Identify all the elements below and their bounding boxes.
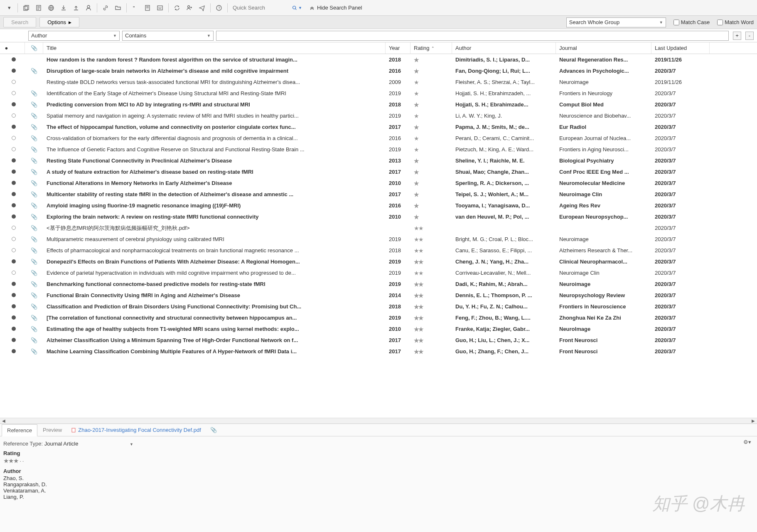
options-button[interactable]: Options▶: [39, 17, 79, 27]
table-row[interactable]: 📎Functional Alterations in Memory Networ…: [0, 177, 757, 189]
cell-title: The effect of hippocampal function, volu…: [43, 124, 386, 130]
table-row[interactable]: 📎Classification and Prediction of Brain …: [0, 301, 757, 312]
table-row[interactable]: 📎The effect of hippocampal function, vol…: [0, 121, 757, 133]
table-row[interactable]: 📎Disruption of large-scale brain network…: [0, 65, 757, 76]
upload-icon[interactable]: [70, 2, 82, 14]
table-row[interactable]: 📎Donepezil's Effects on Brain Functions …: [0, 256, 757, 267]
search-bar: Search Options▶ Search Whole Group▼ Matc…: [0, 16, 757, 29]
col-rating[interactable]: Rating⌃: [410, 42, 452, 54]
table-row[interactable]: 📎Estimating the age of healthy subjects …: [0, 323, 757, 335]
filter-value-input[interactable]: [216, 31, 729, 41]
cell-title: Resting-state BOLD networks versus task-…: [43, 79, 386, 85]
table-row[interactable]: 📎Amyloid imaging using fluorine-19 magne…: [0, 200, 757, 211]
cell-journal: NeuroImage: [556, 326, 651, 332]
cell-year: 2010: [386, 180, 410, 186]
read-indicator: [12, 349, 16, 353]
cell-author: Hojjati, S. H.; Ebrahimzadeh, ...: [452, 90, 556, 96]
search-button[interactable]: Search: [3, 17, 36, 27]
table-row[interactable]: 📎Predicting conversion from MCI to AD by…: [0, 99, 757, 110]
cell-year: 2017: [386, 348, 410, 355]
cell-journal: Comput Biol Med: [556, 101, 651, 108]
cell-title: Classification and Prediction of Brain D…: [43, 303, 386, 310]
cell-updated: 2020/3/7: [651, 158, 710, 164]
table-row[interactable]: 📎Machine Learning Classification Combini…: [0, 346, 757, 357]
col-read[interactable]: ●: [0, 42, 25, 54]
table-row[interactable]: 📎Functional Brain Connectivity Using fMR…: [0, 290, 757, 301]
cell-author: Dennis, E. L.; Thompson, P. ...: [452, 292, 556, 298]
col-updated[interactable]: Last Updated: [651, 42, 710, 54]
cell-title: A study of feature extraction for Alzhei…: [43, 169, 386, 175]
add-user-icon[interactable]: [184, 2, 195, 14]
col-year[interactable]: Year: [386, 42, 410, 54]
cell-year: 2017: [386, 337, 410, 343]
table-row[interactable]: 📎Alzheimer Classification Using a Minimu…: [0, 335, 757, 346]
link-icon[interactable]: [100, 2, 111, 14]
cell-updated: 2020/3/7: [651, 180, 710, 186]
details-settings-icon[interactable]: ⚙︎▾: [743, 439, 751, 445]
cell-title: Amyloid imaging using fluorine-19 magnet…: [43, 202, 386, 209]
table-row[interactable]: 📎Evidence of parietal hyperactivation in…: [0, 267, 757, 278]
hide-search-panel-button[interactable]: Hide Search Panel: [310, 5, 362, 11]
table-row[interactable]: 📎Multiparametric measurement of cerebral…: [0, 234, 757, 245]
word-icon[interactable]: W: [154, 2, 166, 14]
add-filter-button[interactable]: +: [733, 32, 741, 40]
filter-operator-select[interactable]: Contains▼: [122, 31, 214, 41]
horizontal-scrollbar[interactable]: ◀▶: [0, 418, 757, 424]
table-row[interactable]: 📎Resting State Functional Connectivity i…: [0, 155, 757, 166]
quote-icon[interactable]: ": [129, 2, 141, 14]
help-icon[interactable]: ?: [213, 2, 225, 14]
cell-title: Resting State Functional Connectivity in…: [43, 158, 386, 164]
quick-search-input[interactable]: [230, 3, 288, 12]
col-attachment[interactable]: 📎: [25, 42, 43, 54]
copy-icon[interactable]: [20, 2, 32, 14]
filter-field-select[interactable]: Author▼: [28, 31, 120, 41]
table-row[interactable]: 📎Spatial memory and navigation in ageing…: [0, 110, 757, 121]
table-row[interactable]: Resting-state BOLD networks versus task-…: [0, 76, 757, 88]
remove-filter-button[interactable]: -: [745, 32, 754, 40]
col-journal[interactable]: Journal: [556, 42, 651, 54]
attached-pdf-link[interactable]: Zhao-2017-Investigating Focal Connectivi…: [67, 427, 204, 433]
tab-reference[interactable]: Reference: [2, 424, 37, 436]
user-search-icon[interactable]: [83, 2, 94, 14]
table-row[interactable]: 📎[The correlation of functional connecti…: [0, 312, 757, 323]
read-indicator: [12, 102, 16, 106]
attachment-paperclip-icon[interactable]: 📎: [208, 424, 219, 436]
table-row[interactable]: 📎Exploring the brain network: A review o…: [0, 211, 757, 222]
table-row[interactable]: 📎A study of feature extraction for Alzhe…: [0, 166, 757, 177]
format-icon[interactable]: [142, 2, 153, 14]
paperclip-icon: 📎: [31, 68, 37, 74]
table-row[interactable]: 📎Benchmarking functional connectome-base…: [0, 278, 757, 290]
search-dropdown[interactable]: ▼: [292, 5, 302, 11]
match-case-checkbox[interactable]: Match Case: [673, 19, 710, 25]
table-row[interactable]: 📎Multicenter stability of resting state …: [0, 189, 757, 200]
search-scope-select[interactable]: Search Whole Group▼: [566, 17, 666, 27]
main-toolbar: ▾ " W ? ▼ Hide Search Panel: [0, 0, 757, 16]
table-row[interactable]: How random is the random forest ? Random…: [0, 54, 757, 65]
cell-author: Shuai, Mao; Changle, Zhan...: [452, 169, 556, 175]
cell-title: Multiparametric measurement of cerebral …: [43, 236, 386, 242]
document-icon[interactable]: [33, 2, 44, 14]
table-row[interactable]: 📎<基于静息态fMRI的阿尔茨海默病低频振幅研究_刘艳秋.pdf>★★2020/…: [0, 222, 757, 234]
sync-icon[interactable]: [171, 2, 183, 14]
download-icon[interactable]: [58, 2, 69, 14]
cell-author: Corriveau-Lecavalier, N.; Mell...: [452, 270, 556, 276]
cell-updated: 2020/3/7: [651, 281, 710, 287]
tab-preview[interactable]: Preview: [37, 424, 67, 436]
col-title[interactable]: Title: [43, 42, 386, 54]
globe-icon[interactable]: [45, 2, 57, 14]
cell-updated: 2020/3/7: [651, 135, 710, 141]
folder-icon[interactable]: [112, 2, 124, 14]
cell-journal: Neuromolecular Medicine: [556, 180, 651, 186]
table-row[interactable]: 📎The Influence of Genetic Factors and Co…: [0, 144, 757, 155]
cell-year: 2019: [386, 270, 410, 276]
col-author[interactable]: Author: [452, 42, 556, 54]
table-row[interactable]: 📎Effects of pharmacological and nonpharm…: [0, 245, 757, 256]
author-entry: Zhao, S.: [3, 475, 754, 481]
send-icon[interactable]: [196, 2, 208, 14]
match-words-checkbox[interactable]: Match Word: [717, 19, 754, 25]
table-row[interactable]: 📎Cross-validation of biomarkers for the …: [0, 133, 757, 144]
table-row[interactable]: 📎Identification of the Early Stage of Al…: [0, 88, 757, 99]
dropdown-toggle[interactable]: ▾: [3, 2, 15, 14]
rating-stars[interactable]: ★★★ · ·: [3, 457, 754, 465]
cell-year: 2010: [386, 326, 410, 332]
